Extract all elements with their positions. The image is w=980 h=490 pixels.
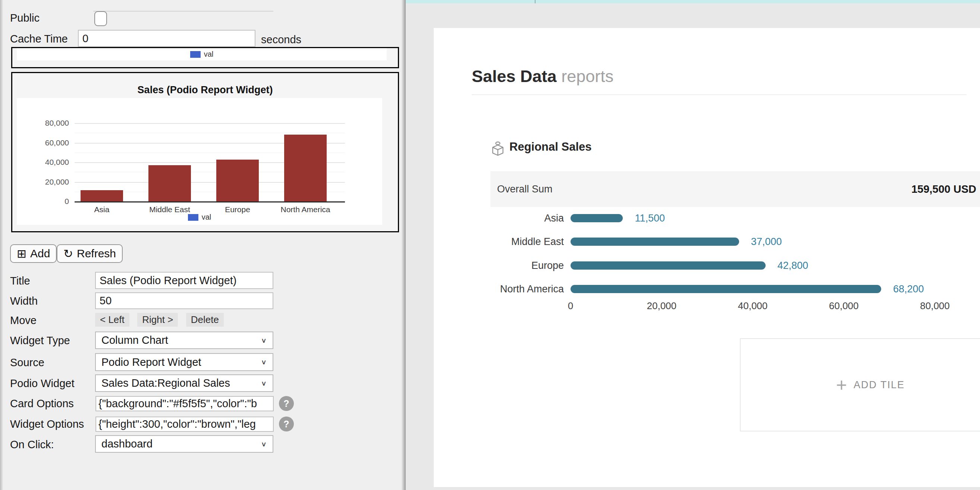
overall-sum-label: Overall Sum — [497, 171, 553, 207]
preview-bar[interactable] — [284, 135, 327, 201]
report-section-title: Regional Sales — [509, 139, 592, 155]
legend-swatch — [188, 214, 198, 221]
preview-bar[interactable] — [148, 165, 191, 201]
y-axis-tick-label: 0 — [17, 197, 69, 206]
preview-column-chart: val 020,00040,00060,00080,000AsiaMiddle … — [17, 98, 382, 225]
podio-widget-select[interactable]: Sales Data:Regional Sales ∨ — [95, 374, 273, 392]
y-axis-tick-label: 20,000 — [17, 178, 69, 186]
preview-bar[interactable] — [81, 190, 123, 201]
move-field-label: Move — [10, 314, 37, 327]
add-button-label: Add — [30, 247, 50, 260]
chevron-down-icon: ∨ — [261, 379, 273, 387]
widget-options-input[interactable] — [95, 417, 274, 432]
bar-category-label: Asia — [447, 212, 564, 224]
refresh-button[interactable]: ↻ Refresh — [57, 244, 123, 263]
widget-options-help-icon[interactable]: ? — [279, 417, 294, 431]
refresh-button-label: Refresh — [77, 247, 116, 260]
report-bar[interactable] — [571, 214, 623, 222]
on-click-select[interactable]: dashboard ∨ — [95, 435, 273, 453]
add-tile-label: ADD TILE — [854, 379, 905, 391]
window-left-edge — [0, 0, 3, 490]
overall-sum-value: 159,500 USD — [912, 171, 976, 207]
cache-time-label: Cache Time — [10, 33, 68, 45]
x-axis-tick-label: 20,000 — [632, 300, 691, 311]
bar-category-label: Europe — [447, 259, 564, 272]
width-field-label: Width — [10, 295, 38, 307]
x-axis-tick-label: 40,000 — [723, 300, 783, 311]
report-page: Sales Data reports Regional Sales Overal… — [434, 28, 980, 487]
title-field-label: Title — [10, 275, 30, 287]
widget-card-preview: Sales (Podio Report Widget) val 020,0004… — [11, 72, 399, 232]
partial-chart-legend-row: val — [17, 48, 387, 60]
source-value: Podio Report Widget — [96, 356, 261, 368]
cache-time-input[interactable] — [78, 30, 255, 47]
move-buttons: < Left Right > Delete — [95, 313, 230, 327]
app-title: Sales Data — [472, 67, 557, 86]
report-bar[interactable] — [571, 285, 881, 293]
preview-bar[interactable] — [216, 160, 259, 201]
public-checkbox[interactable] — [94, 11, 107, 26]
add-tile-button[interactable]: + ADD TILE — [740, 338, 980, 431]
bar-value-label: 11,500 — [635, 212, 665, 224]
source-select[interactable]: Podio Report Widget ∨ — [95, 353, 273, 371]
widget-card-partial: val — [11, 47, 399, 68]
public-label: Public — [10, 12, 40, 24]
bar-value-label: 68,200 — [893, 283, 924, 295]
card-options-input[interactable] — [95, 396, 274, 411]
widget-type-value: Column Chart — [96, 334, 261, 347]
category-label: Europe — [204, 205, 271, 214]
legend-swatch — [190, 51, 200, 58]
plus-icon: + — [836, 375, 847, 394]
window-right-edge[interactable] — [401, 0, 406, 490]
report-bar[interactable] — [571, 261, 765, 270]
chevron-down-icon: ∨ — [261, 358, 273, 366]
source-label: Source — [10, 356, 45, 369]
app-cube-icon — [491, 141, 504, 159]
title-input[interactable] — [95, 272, 273, 289]
bar-category-label: North America — [447, 283, 564, 295]
overall-sum-row: Overall Sum 159,500 USD — [490, 171, 980, 207]
chevron-down-icon: ∨ — [261, 336, 273, 344]
minor-gridline — [75, 133, 345, 133]
category-label: Middle East — [136, 205, 203, 214]
widget-type-select[interactable]: Column Chart ∨ — [95, 331, 273, 349]
legend-label: val — [202, 213, 212, 221]
delete-button[interactable]: Delete — [186, 313, 224, 327]
legend-label: val — [204, 50, 214, 59]
podio-widget-label: Podio Widget — [10, 377, 75, 390]
major-gridline — [75, 123, 345, 124]
bar-value-label: 42,800 — [778, 259, 808, 272]
page-title: Sales Data reports — [472, 65, 613, 88]
move-right-button[interactable]: Right > — [137, 313, 178, 327]
x-axis-tick-label: 60,000 — [814, 300, 874, 311]
chevron-down-icon: ∨ — [261, 440, 273, 447]
y-axis-tick-label: 40,000 — [17, 158, 69, 167]
widget-type-label: Widget Type — [10, 334, 70, 347]
move-left-button[interactable]: < Left — [95, 313, 129, 327]
add-button[interactable]: ⊞ Add — [10, 244, 57, 263]
widget-options-label: Widget Options — [10, 418, 84, 430]
screen: Public Cache Time seconds val Sales (Pod… — [0, 0, 980, 490]
report-bar[interactable] — [571, 237, 739, 246]
width-input[interactable] — [95, 292, 273, 309]
add-icon: ⊞ — [17, 248, 27, 259]
menubar-strip — [406, 0, 980, 3]
divider — [472, 94, 967, 95]
card-options-help-icon[interactable]: ? — [279, 396, 294, 411]
x-axis-line — [75, 201, 345, 202]
x-axis-tick-label: 80,000 — [905, 300, 965, 311]
bar-value-label: 37,000 — [751, 235, 782, 248]
preview-chart-title: Sales (Podio Report Widget) — [12, 84, 398, 96]
y-axis-tick-label: 80,000 — [17, 119, 69, 127]
app-subtitle-text: reports — [561, 67, 613, 86]
widget-config-panel: Public Cache Time seconds val Sales (Pod… — [0, 0, 406, 490]
category-label: North America — [272, 205, 339, 214]
preview-chart-legend: val — [17, 213, 382, 221]
podio-widget-value: Sales Data:Regional Sales — [96, 377, 261, 389]
card-options-label: Card Options — [10, 398, 74, 410]
bar-category-label: Middle East — [447, 235, 564, 248]
x-axis-tick-label: 0 — [541, 300, 600, 311]
refresh-icon: ↻ — [64, 248, 73, 259]
y-axis-tick-label: 60,000 — [17, 138, 69, 147]
category-label: Asia — [68, 205, 135, 214]
